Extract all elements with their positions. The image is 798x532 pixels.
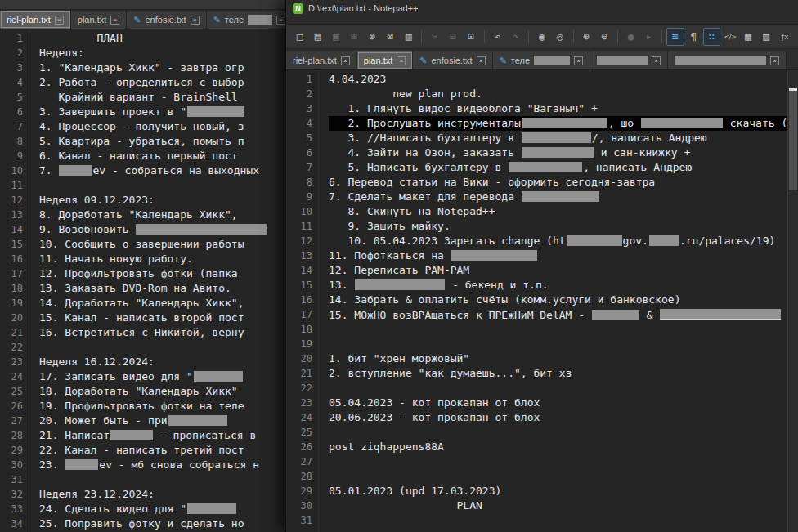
tab-enfosie-txt[interactable]: ✎enfosie.txt× [413, 51, 492, 69]
open-folder-icon[interactable]: ▤ [309, 28, 326, 46]
editor-line: 6. Перевод статьи на Вики - оформить сег… [329, 175, 798, 190]
line-number: 27 [286, 454, 318, 469]
line-number: 15 [0, 237, 29, 252]
code-text: 10. Сообщить о завершении работы [39, 238, 244, 250]
tab-close-icon[interactable]: × [477, 56, 486, 65]
find-icon[interactable]: ◉ [533, 28, 550, 46]
show-all-characters-icon[interactable]: ¶ [685, 28, 702, 46]
line-content: 1. Глянуть видос видеоблога "Ваганыч" + [329, 101, 598, 116]
indent-guides-icon[interactable]: ∷ [703, 28, 720, 46]
tab-close-icon[interactable]: × [191, 16, 200, 25]
code-text: 2. Работа - определиться с выбор [39, 76, 244, 88]
code-text: 3. //Написать бухгалтеру в [329, 132, 521, 144]
code-text: 24. Сделать видео для " [39, 503, 186, 515]
scrollbar-thumb[interactable] [789, 88, 797, 190]
redo-icon[interactable]: ↷ [507, 28, 524, 46]
tab-riel-plan-txt[interactable]: riel-plan.txt× [0, 11, 71, 29]
new-file-icon[interactable]: □ [291, 28, 308, 46]
print-icon[interactable]: ▥ [400, 28, 417, 46]
tab-теле[interactable]: ✎теле× [493, 51, 590, 69]
line-number: 23 [0, 355, 29, 369]
toolbar: □▤▣⊞⊗⊠▥✂⊟⊡↶↷◉◎⊕⊖●▸≡¶∷</>▦▧ƒx [286, 25, 798, 49]
right-editor: 1234567891011121314151617181920212223242… [286, 70, 798, 532]
paste-icon[interactable]: ⊡ [463, 28, 480, 46]
editor-line: 11. Начать новую работу. [39, 252, 285, 266]
tab-enfosie-txt[interactable]: ✎enfosie.txt× [127, 11, 206, 29]
line-number: 18 [286, 322, 318, 337]
save-all-icon[interactable]: ⊞ [346, 28, 363, 46]
word-wrap-icon[interactable]: ≡ [666, 28, 684, 46]
tab-redacted[interactable]: × [668, 51, 787, 69]
zoom-out-icon[interactable]: ⊖ [596, 28, 613, 46]
tab-close-icon[interactable]: × [574, 56, 583, 65]
line-content: 05.01.2023 (upd 17.03.2023) [329, 484, 501, 498]
tab-теле[interactable]: ✎теле× [207, 11, 285, 29]
line-number: 22 [0, 340, 29, 355]
code-text: 8. Скинуть на Notepad++ [329, 205, 495, 217]
line-content: Неделя 16.12.2024: [39, 355, 155, 369]
line-content: 22. Канал - написать третий пост [39, 443, 244, 458]
close-all-icon[interactable]: ⊠ [382, 28, 399, 46]
redaction-box [110, 430, 153, 440]
code-text: 9. Зашить майку. [329, 220, 451, 232]
replace-icon[interactable]: ◎ [551, 28, 568, 46]
code-text: 16. Встретиться с Никитой, верну [39, 326, 244, 338]
line-number: 24 [0, 369, 29, 384]
tab-label: plan.txt [364, 56, 392, 65]
editor-line: 25. Поправить фотку и сделать но [39, 516, 285, 531]
cut-icon[interactable]: ✂ [426, 28, 443, 46]
tab-close-icon[interactable]: × [55, 16, 64, 25]
line-content: 20.06.2023 - кот прокапан от блох [329, 410, 540, 425]
tab-close-icon[interactable]: × [110, 16, 119, 25]
redaction-box [567, 235, 622, 246]
code-text: /, написать Андрею [592, 132, 707, 144]
tab-riel-plan-txt[interactable]: riel-plan.txt× [286, 51, 357, 69]
tab-close-icon[interactable]: × [341, 56, 350, 65]
redaction-box [194, 371, 243, 382]
tab-close-icon[interactable]: × [397, 56, 406, 65]
editor-line: Неделя 16.12.2024: [39, 355, 285, 369]
title-bar[interactable]: N D:\text\plan.txt - Notepad++ [286, 0, 798, 16]
function-list-icon[interactable]: ƒx [776, 28, 793, 46]
editor-line: 24. Сделать видео для " [39, 502, 285, 516]
code-text: 6. Перевод статьи на Вики - оформить сег… [329, 176, 655, 188]
editor-line [329, 425, 798, 440]
right-text-area[interactable]: 4.04.2023 new plan prod. 1. Глянуть видо… [319, 70, 798, 532]
left-editor: 1234567891011121314151617181920212223242… [0, 29, 285, 532]
editor-line: 15. Канал - написать второй пост [39, 311, 285, 325]
document-map-icon[interactable]: ▦ [739, 28, 756, 46]
tab-close-icon[interactable]: × [276, 16, 285, 25]
line-content: 15. Канал - написать второй пост [39, 311, 244, 325]
save-icon[interactable]: ▣ [327, 28, 344, 46]
line-content: 10. Сообщить о завершении работы [39, 237, 244, 252]
code-text: 4.04.2023 [329, 73, 386, 85]
line-number: 17 [0, 266, 29, 281]
record-macro-icon[interactable]: ● [622, 28, 639, 46]
undo-icon[interactable]: ↶ [489, 28, 506, 46]
line-number: 27 [0, 414, 29, 428]
tab-plan-txt[interactable]: plan.txt× [71, 11, 127, 29]
copy-icon[interactable]: ⊟ [445, 28, 462, 46]
line-number: 32 [0, 487, 29, 502]
code-text: Неделя 23.12.2024: [39, 488, 155, 500]
code-text: PLAN [329, 499, 482, 512]
line-content: 5. Квартира - убраться, помыть п [39, 134, 244, 149]
tab-close-icon[interactable]: × [770, 56, 779, 65]
tab-close-icon[interactable]: × [652, 56, 661, 65]
line-number: 25 [0, 384, 29, 399]
tab-plan-txt[interactable]: plan.txt× [357, 51, 413, 69]
play-macro-icon[interactable]: ▸ [640, 28, 657, 46]
tab-redacted[interactable]: × [590, 51, 668, 69]
line-number: 14 [0, 222, 29, 237]
clipboard-history-icon[interactable]: ▧ [757, 28, 774, 46]
zoom-in-icon[interactable]: ⊕ [578, 28, 595, 46]
close-file-icon[interactable]: ⊗ [364, 28, 381, 46]
editor-line: 6. Канал - написать первый пост [39, 149, 285, 163]
editor-line: 20.06.2023 - кот прокапан от блох [329, 410, 798, 425]
left-text-area[interactable]: ПЛАННеделя:1. "Календарь Хикк" - завтра … [29, 29, 285, 532]
vertical-scrollbar[interactable] [787, 70, 798, 532]
editor-line [329, 337, 798, 351]
line-number: 16 [0, 252, 29, 266]
syntax-icon[interactable]: </> [721, 28, 738, 46]
tab-label: riel-plan.txt [293, 56, 337, 65]
